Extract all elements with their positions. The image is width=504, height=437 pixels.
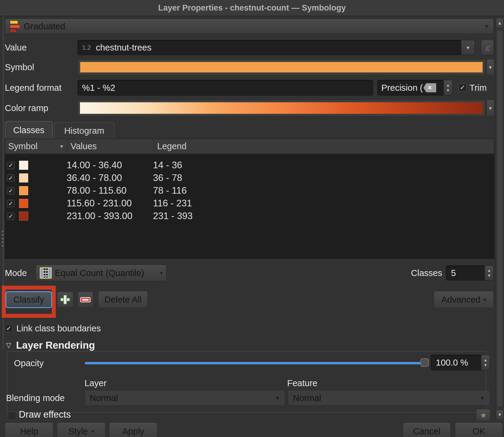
expression-builder-button[interactable]: ε xyxy=(481,40,494,55)
spin-up-icon[interactable]: ▲ xyxy=(487,268,491,272)
scroll-up-button[interactable]: ▲ xyxy=(496,18,503,28)
scroll-down-button[interactable]: ▼ xyxy=(496,410,503,419)
symbol-preview-button[interactable] xyxy=(78,59,485,75)
row-visibility-checkbox[interactable]: ✓ xyxy=(7,200,15,207)
classes-count-label: Classes xyxy=(380,265,442,281)
tab-classes[interactable]: Classes xyxy=(5,121,53,139)
check-icon: ✓ xyxy=(6,325,12,332)
spin-down-icon[interactable]: ▼ xyxy=(446,88,450,92)
tab-histogram-label: Histogram xyxy=(64,126,104,136)
apply-button[interactable]: Apply xyxy=(109,422,158,437)
expression-epsilon-icon: ε xyxy=(485,42,490,53)
collapse-triangle-icon[interactable]: ▽ xyxy=(6,341,11,349)
symbol-dropdown-button[interactable]: ▼ xyxy=(486,59,494,75)
mode-label: Mode xyxy=(5,265,27,281)
classes-count-spinbox[interactable]: 5 ▲ ▼ xyxy=(446,265,494,281)
class-values: 78.00 - 115.60 xyxy=(67,185,127,196)
table-row[interactable]: ✓ 231.00 - 393.00 231 - 393 xyxy=(5,210,494,222)
opacity-slider-track[interactable] xyxy=(85,362,422,364)
class-color-swatch[interactable] xyxy=(19,173,28,182)
class-values: 115.60 - 231.00 xyxy=(67,198,132,209)
tab-histogram[interactable]: Histogram xyxy=(54,122,114,139)
opacity-spinbox[interactable]: 100.0 % ▲ ▼ xyxy=(431,355,490,370)
spin-down-icon[interactable]: ▼ xyxy=(487,274,491,278)
opacity-slider-handle[interactable] xyxy=(420,358,429,367)
classify-button[interactable]: Classify xyxy=(5,291,52,308)
layer-blend-combo[interactable]: Normal ▼ xyxy=(85,390,285,406)
table-row[interactable]: ✓ 14.00 - 36.40 14 - 36 xyxy=(5,159,494,172)
link-class-boundaries-checkbox[interactable]: ✓ xyxy=(5,324,13,332)
opacity-label: Opacity xyxy=(14,356,44,370)
ok-button[interactable]: OK xyxy=(455,422,503,437)
vertical-scrollbar[interactable]: ▲ ▼ xyxy=(495,17,504,421)
spin-down-icon[interactable]: ▼ xyxy=(484,363,488,367)
chevron-down-icon: ▾ xyxy=(483,297,486,302)
scroll-up-icon: ▲ xyxy=(498,21,502,25)
table-row[interactable]: ✓ 36.40 - 78.00 36 - 78 xyxy=(5,172,494,184)
table-row[interactable]: ✓ 115.60 - 231.00 116 - 231 xyxy=(5,197,494,210)
field-type-decimal-icon: 1.2 xyxy=(82,44,91,51)
classes-count-spinner[interactable]: ▲ ▼ xyxy=(485,266,493,280)
class-color-swatch[interactable] xyxy=(19,186,28,195)
row-visibility-checkbox[interactable]: ✓ xyxy=(7,187,15,195)
column-header-legend[interactable]: Legend xyxy=(154,139,494,153)
remove-class-button[interactable] xyxy=(78,292,93,307)
class-values: 231.00 - 393.00 xyxy=(67,211,132,222)
splitter-grip[interactable] xyxy=(2,231,3,247)
color-ramp-button[interactable] xyxy=(78,100,485,116)
value-label: Value xyxy=(5,40,27,55)
cancel-button[interactable]: Cancel xyxy=(403,422,451,437)
class-color-swatch[interactable] xyxy=(19,199,28,208)
tab-classes-label: Classes xyxy=(13,125,44,135)
row-visibility-checkbox[interactable]: ✓ xyxy=(7,174,15,182)
column-header-values[interactable]: Values xyxy=(68,139,154,153)
precision-spinbox[interactable]: Precision ( × ▲ ▼ xyxy=(377,80,453,96)
spin-up-icon[interactable]: ▲ xyxy=(484,358,488,362)
renderer-type-combo[interactable]: Graduated ▼ xyxy=(5,19,494,34)
trim-checkbox[interactable]: ✓ xyxy=(459,84,466,91)
effects-star-button[interactable]: ★ xyxy=(476,409,491,421)
link-class-boundaries-label: Link class boundaries xyxy=(16,323,101,334)
mode-combo[interactable]: Equal Count (Quantile) ▾ xyxy=(36,265,167,281)
class-values: 14.00 - 36.40 xyxy=(67,160,122,171)
symbol-label: Symbol xyxy=(5,59,34,75)
chevron-down-icon: ▼ xyxy=(488,106,493,110)
blending-mode-label: Blending mode xyxy=(6,390,65,406)
layer-rendering-header[interactable]: ▽ Layer Rendering xyxy=(6,340,95,351)
renderer-type-label: Graduated xyxy=(24,21,65,31)
column-header-symbol[interactable]: Symbol ▼ xyxy=(5,139,68,153)
help-button[interactable]: Help xyxy=(5,422,53,437)
check-icon: ✓ xyxy=(8,213,13,220)
table-row[interactable]: ✓ 78.00 - 115.60 78 - 116 xyxy=(5,184,494,197)
precision-spinner[interactable]: ▲ ▼ xyxy=(443,80,452,95)
style-button[interactable]: Style ▾ xyxy=(57,422,105,437)
opacity-value: 100.0 % xyxy=(436,358,468,368)
draw-effects-checkbox[interactable] xyxy=(8,412,16,420)
scrollbar-thumb[interactable] xyxy=(497,30,503,407)
legend-format-value: %1 - %2 xyxy=(82,83,115,93)
opacity-spinner[interactable]: ▲ ▼ xyxy=(481,355,490,370)
class-color-swatch[interactable] xyxy=(19,212,28,221)
check-icon: ✓ xyxy=(8,187,13,194)
color-ramp-dropdown-button[interactable]: ▼ xyxy=(486,100,494,116)
delete-all-button[interactable]: Delete All xyxy=(98,291,148,308)
precision-text: Precision ( xyxy=(381,83,423,93)
legend-format-input[interactable]: %1 - %2 xyxy=(78,80,373,96)
panel-splitter[interactable] xyxy=(3,16,4,349)
value-field-text: chestnut-trees xyxy=(96,43,151,53)
sort-arrow-icon: ▼ xyxy=(59,144,64,149)
row-visibility-checkbox[interactable]: ✓ xyxy=(7,212,15,220)
chevron-down-icon: ▼ xyxy=(466,45,470,50)
advanced-button[interactable]: Advanced ▾ xyxy=(434,291,494,308)
class-color-swatch[interactable] xyxy=(19,161,28,170)
add-class-button[interactable] xyxy=(57,292,73,307)
chevron-down-icon: ▼ xyxy=(488,65,493,70)
value-field-combo[interactable]: 1.2 chestnut-trees ▼ xyxy=(78,40,475,55)
color-ramp-label: Color ramp xyxy=(5,100,48,116)
clear-value-icon[interactable]: × xyxy=(423,83,436,92)
spin-up-icon[interactable]: ▲ xyxy=(446,83,450,87)
layer-rendering-title: Layer Rendering xyxy=(16,340,95,351)
row-visibility-checkbox[interactable]: ✓ xyxy=(7,162,15,169)
feature-blend-combo[interactable]: Normal ▼ xyxy=(288,390,490,406)
value-dropdown-button[interactable]: ▼ xyxy=(461,40,475,55)
